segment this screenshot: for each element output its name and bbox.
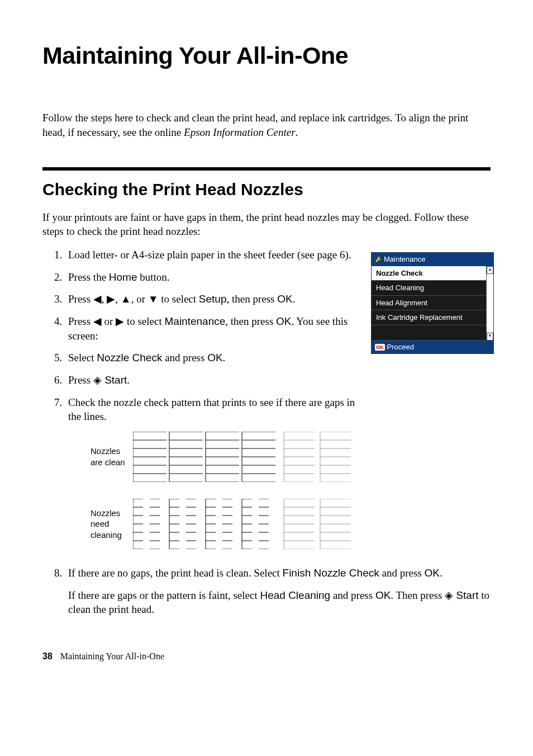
step-5-c: . (223, 352, 226, 363)
ok-label-4: OK (424, 567, 439, 579)
step-6-b: . (127, 374, 130, 386)
nozzle-pattern-block: Nozzles are clean (91, 432, 356, 549)
section-intro: If your printouts are faint or have gaps… (42, 210, 491, 239)
nozzle-clean-pattern (133, 432, 356, 482)
step-4-b: , then press (225, 315, 276, 327)
ok-label-5: OK (375, 589, 391, 601)
maintenance-screen: Maintenance Nozzle Check Head Cleaning H… (371, 252, 494, 354)
screen-header-text: Maintenance (384, 255, 425, 263)
maintenance-label: Maintenance (164, 315, 225, 327)
intro-italic: Epson Information Center (184, 126, 296, 138)
page-footer: 38 Maintaining Your All-in-One (42, 650, 491, 663)
ok-label-2: OK (276, 315, 291, 327)
start-label-1: Start (102, 374, 127, 386)
screen-items: Nozzle Check Head Cleaning Head Alignmen… (372, 266, 486, 341)
step-3-b: , then press (227, 293, 278, 305)
ok-label-1: OK (277, 293, 292, 305)
step-7: Check the nozzle check pattern that prin… (65, 395, 491, 549)
nozzle-dirty-label: Nozzles need cleaning (91, 508, 133, 541)
step-8-p2-c: . Then press (391, 589, 445, 601)
nozzle-clean-label: Nozzles are clean (91, 446, 133, 467)
step-3-a: Press ◀, ▶, ▲, or ▼ to select (68, 293, 199, 305)
diamond-icon-2: ◈ (445, 589, 453, 601)
screen-item-blank (372, 325, 486, 341)
wrench-icon (375, 256, 382, 263)
step-8-c: . (440, 567, 442, 579)
nozzle-dirty-row: Nozzles need cleaning (91, 499, 356, 549)
footer-chapter: Maintaining Your All-in-One (60, 651, 164, 661)
home-button-label: Home (109, 271, 137, 283)
intro-text-2: . (296, 126, 298, 138)
screen-header: Maintenance (372, 253, 493, 266)
diamond-icon-1: ◈ (93, 374, 102, 386)
step-8-b: and press (379, 567, 425, 579)
screen-item-ink-replacement: Ink Cartridge Replacement (372, 310, 486, 325)
screen-scrollbar: ▲ ▼ (486, 266, 493, 341)
step-6-a: Press (68, 374, 93, 386)
step-7-text: Check the nozzle check pattern that prin… (68, 396, 355, 423)
screen-item-head-alignment: Head Alignment (372, 296, 486, 311)
scroll-up-icon: ▲ (487, 266, 493, 274)
page-number: 38 (42, 651, 53, 661)
step-8-p2-b: and press (330, 589, 375, 601)
step-8: If there are no gaps, the print head is … (65, 566, 491, 617)
finish-nozzle-check-label: Finish Nozzle Check (283, 567, 379, 579)
screen-item-nozzle-check: Nozzle Check (372, 266, 486, 281)
ok-label-3: OK (207, 352, 222, 363)
screen-item-head-cleaning: Head Cleaning (372, 281, 486, 296)
screen-footer: OKProceed (372, 341, 493, 354)
step-8-para2: If there are gaps or the pattern is fain… (68, 588, 491, 617)
step-5-b: and press (162, 352, 207, 363)
setup-label: Setup (199, 293, 227, 305)
step-5-a: Select (68, 352, 97, 363)
section-heading: Checking the Print Head Nozzles (42, 167, 491, 201)
page-title: Maintaining Your All-in-One (42, 39, 491, 72)
step-2-a: Press the (68, 271, 109, 283)
screen-footer-ok-badge: OK (375, 344, 385, 351)
step-1-text: Load letter- or A4-size plain paper in t… (68, 249, 351, 261)
step-6: Press ◈ Start. (65, 373, 491, 388)
nozzle-dirty-pattern (133, 499, 356, 549)
head-cleaning-label: Head Cleaning (260, 589, 330, 601)
start-label-2: Start (453, 589, 478, 601)
intro-paragraph: Follow the steps here to check and clean… (42, 111, 491, 139)
step-4-a: Press ◀ or ▶ to select (68, 315, 164, 327)
step-8-a: If there are no gaps, the print head is … (68, 567, 283, 579)
nozzle-clean-row: Nozzles are clean (91, 432, 356, 482)
step-8-p2-a: If there are gaps or the pattern is fain… (68, 589, 260, 601)
scroll-down-icon: ▼ (487, 333, 493, 341)
nozzle-check-label: Nozzle Check (97, 352, 162, 363)
step-2-b: button. (137, 271, 170, 283)
step-3-c: . (293, 293, 296, 305)
screen-footer-text: Proceed (387, 343, 414, 351)
